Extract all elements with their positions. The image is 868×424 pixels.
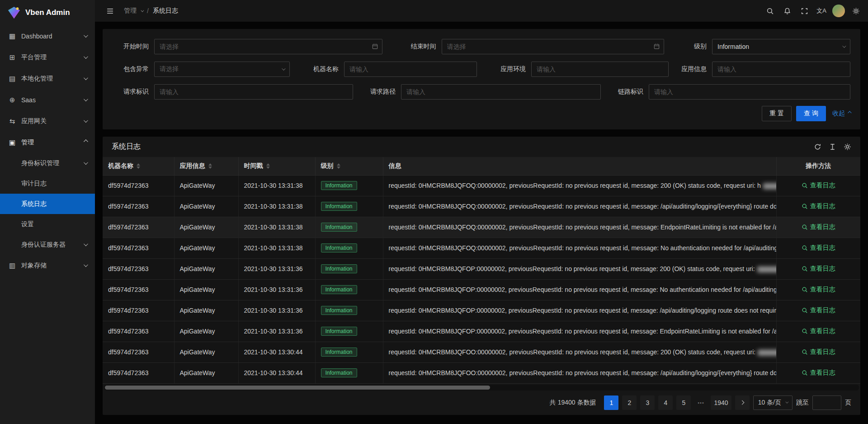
gear-icon[interactable] — [847, 0, 864, 22]
next-page-button[interactable] — [735, 395, 750, 410]
dashboard-icon: ▦ — [8, 32, 16, 40]
app-env-input[interactable] — [531, 62, 669, 77]
trace-id-input[interactable] — [649, 84, 850, 100]
view-log-link[interactable]: 查看日志 — [802, 202, 835, 210]
redacted-text — [757, 267, 776, 272]
magnifier-icon — [802, 224, 808, 230]
sort-icons[interactable] — [137, 163, 140, 169]
table-row: df5974d72363ApiGateWay2021-10-30 13:31:3… — [103, 321, 860, 342]
view-log-link[interactable]: 查看日志 — [802, 244, 835, 252]
cell-timestamp: 2021-10-30 13:31:38 — [238, 238, 315, 258]
app-info-label: 应用信息 — [681, 65, 707, 73]
reset-button[interactable]: 重 置 — [762, 106, 792, 121]
sidebar-subitem[interactable]: 审计日志 — [0, 173, 95, 194]
level-badge: Information — [321, 368, 357, 377]
scrollbar-thumb[interactable] — [105, 386, 490, 390]
collapse-toggle[interactable]: 收起 — [832, 110, 850, 118]
magnifier-icon — [802, 349, 808, 355]
sidebar-subitem[interactable]: 系统日志 — [0, 194, 95, 214]
search-icon[interactable] — [761, 0, 778, 22]
col-machine-name[interactable]: 机器名称 — [103, 157, 174, 175]
sort-icons[interactable] — [208, 163, 212, 169]
query-button[interactable]: 查 询 — [796, 106, 826, 121]
view-log-link[interactable]: 查看日志 — [802, 223, 835, 231]
exception-select[interactable]: 请选择 — [154, 62, 290, 77]
cell-app-info: ApiGateWay — [174, 217, 238, 238]
page-button-3[interactable]: 3 — [640, 395, 655, 410]
sidebar-item-platform[interactable]: ⊞平台管理 — [0, 47, 95, 68]
view-log-link[interactable]: 查看日志 — [802, 181, 835, 190]
sidebar-item-saas[interactable]: ⊕Saas — [0, 89, 95, 110]
sidebar-item-localization[interactable]: ▤本地化管理 — [0, 68, 95, 89]
page-button-1940[interactable]: 1940 — [711, 395, 731, 410]
column-settings-icon[interactable] — [844, 143, 851, 151]
view-log-link[interactable]: 查看日志 — [802, 327, 835, 335]
sidebar-item-dashboard[interactable]: ▦Dashboard — [0, 25, 95, 47]
jump-input[interactable] — [812, 395, 841, 410]
saas-icon: ⊕ — [8, 96, 16, 104]
page-button-5[interactable]: 5 — [676, 395, 691, 410]
cell-machine-name: df5974d72363 — [103, 217, 174, 238]
localization-icon: ▤ — [8, 75, 16, 83]
menu-fold-icon[interactable] — [101, 0, 118, 22]
cell-message: requestId: 0HMCRBM8JQFOP:00000002, previ… — [383, 321, 776, 342]
page-size-select[interactable]: 10 条/页 — [753, 395, 793, 410]
page-button-2[interactable]: 2 — [622, 395, 637, 410]
sort-icons[interactable] — [266, 163, 270, 169]
col-app-info[interactable]: 应用信息 — [174, 157, 238, 175]
view-log-link[interactable]: 查看日志 — [802, 286, 835, 294]
start-time-label: 开始时间 — [113, 43, 149, 51]
sidebar-subitem[interactable]: 设置 — [0, 214, 95, 234]
table-title: 系统日志 — [112, 142, 141, 152]
sort-icons[interactable] — [337, 163, 340, 169]
sidebar-item-gateway[interactable]: ⇆应用网关 — [0, 110, 95, 132]
filter-request-path: 请求路径 — [359, 84, 601, 100]
cell-app-info: ApiGateWay — [174, 342, 238, 362]
cell-message: requestId: 0HMCRBM8JQFOQ:00000002, previ… — [383, 238, 776, 258]
sidebar-item-storage[interactable]: ▥对象存储 — [0, 255, 95, 276]
sidebar-item-management[interactable]: ▣管理 — [0, 132, 95, 153]
row-height-icon[interactable] — [829, 143, 836, 151]
sidebar-subitem[interactable]: 身份标识管理 — [0, 153, 95, 173]
level-select[interactable]: Information — [712, 39, 850, 54]
cell-app-info: ApiGateWay — [174, 362, 238, 383]
cell-action: 查看日志 — [776, 279, 860, 300]
page-button-1[interactable]: 1 — [604, 395, 618, 410]
request-path-input[interactable] — [401, 84, 601, 100]
breadcrumb-parent[interactable]: 管理 — [124, 7, 137, 15]
request-id-input[interactable] — [154, 84, 353, 100]
start-time-picker[interactable] — [154, 39, 382, 54]
end-time-label: 结束时间 — [400, 43, 436, 51]
cell-timestamp: 2021-10-30 13:31:36 — [238, 300, 315, 321]
chevron-down-icon — [785, 400, 788, 404]
view-log-link[interactable]: 查看日志 — [802, 306, 835, 314]
magnifier-icon — [802, 286, 808, 293]
filter-exception: 包含异常 请选择 — [113, 62, 290, 77]
translate-icon[interactable]: 文A — [813, 0, 830, 22]
view-log-link[interactable]: 查看日志 — [802, 348, 835, 356]
col-timestamp[interactable]: 时间戳 — [238, 157, 315, 175]
avatar[interactable] — [830, 0, 847, 22]
cell-action: 查看日志 — [776, 258, 860, 279]
machine-name-input[interactable] — [344, 62, 477, 77]
app-info-input[interactable] — [712, 62, 850, 77]
col-level[interactable]: 级别 — [315, 157, 383, 175]
calendar-icon — [653, 43, 660, 50]
view-log-link[interactable]: 查看日志 — [802, 369, 835, 377]
page-button-4[interactable]: 4 — [658, 395, 673, 410]
end-time-picker[interactable] — [442, 39, 664, 54]
view-log-link[interactable]: 查看日志 — [802, 265, 835, 273]
start-time-input[interactable] — [154, 39, 382, 54]
cell-app-info: ApiGateWay — [174, 279, 238, 300]
sidebar-subitem[interactable]: 身份认证服务器 — [0, 234, 95, 255]
table-row: df5974d72363ApiGateWay2021-10-30 13:31:3… — [103, 300, 860, 321]
table-row: df5974d72363ApiGateWay2021-10-30 13:31:3… — [103, 258, 860, 279]
refresh-icon[interactable] — [814, 143, 821, 151]
magnifier-icon — [802, 245, 808, 251]
fullscreen-icon[interactable] — [796, 0, 813, 22]
horizontal-scrollbar[interactable] — [104, 385, 859, 391]
end-time-input[interactable] — [442, 39, 664, 54]
bell-icon[interactable] — [778, 0, 796, 22]
management-icon: ▣ — [8, 138, 16, 147]
app-logo[interactable]: Vben Admin — [0, 0, 95, 25]
